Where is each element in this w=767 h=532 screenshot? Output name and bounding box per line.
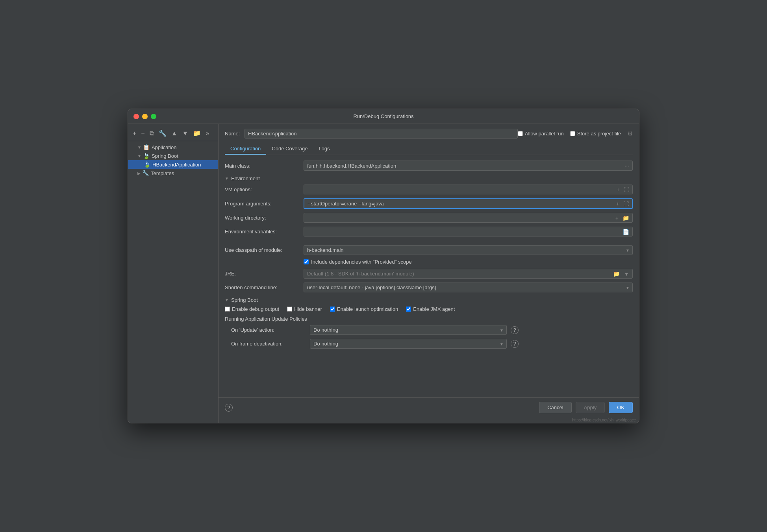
footer-help-icon[interactable]: ?	[225, 404, 233, 412]
window-title: Run/Debug Configurations	[353, 113, 413, 119]
update-policies-label: Running Application Update Policies	[225, 316, 633, 322]
include-provided-row: Include dependencies with "Provided" sco…	[225, 259, 633, 265]
footer: ? Cancel Apply OK	[219, 397, 639, 417]
add-config-button[interactable]: +	[131, 129, 138, 138]
sidebar-item-templates[interactable]: ▶ 🔧 Templates	[128, 169, 218, 177]
settings-button[interactable]: 🔧	[157, 129, 168, 138]
enable-debug-label[interactable]: Enable debug output	[225, 306, 279, 312]
gear-icon[interactable]: ⚙	[627, 130, 633, 137]
on-frame-select[interactable]: Do nothing	[310, 339, 507, 349]
enable-launch-text: Enable launch optimization	[337, 306, 398, 312]
titlebar: Run/Debug Configurations	[128, 109, 639, 124]
include-provided-checkbox[interactable]	[304, 259, 309, 264]
hide-banner-checkbox[interactable]	[287, 307, 292, 312]
env-vars-input[interactable]	[304, 227, 621, 236]
copy-config-button[interactable]: ⧉	[148, 129, 156, 138]
store-as-project-checkbox[interactable]	[570, 131, 575, 136]
templates-icon: 🔧	[142, 170, 149, 176]
main-class-browse-button[interactable]: ···	[621, 161, 632, 170]
allow-parallel-label[interactable]: Allow parallel run	[518, 131, 564, 137]
environment-section-header[interactable]: ▼ Environment	[225, 175, 633, 181]
program-args-input[interactable]	[304, 199, 615, 208]
allow-parallel-text: Allow parallel run	[525, 131, 564, 137]
folder-button[interactable]: 📁	[191, 129, 202, 138]
more-button[interactable]: »	[204, 129, 211, 138]
enable-jmx-label[interactable]: Enable JMX agent	[406, 306, 455, 312]
jre-browse-button[interactable]: 📁	[611, 270, 621, 278]
main-class-input[interactable]	[304, 161, 621, 170]
expand-arrow-application: ▼	[137, 145, 141, 150]
main-class-input-wrap: ···	[304, 161, 633, 171]
name-input[interactable]	[245, 129, 518, 139]
minimize-button[interactable]	[142, 114, 148, 119]
enable-jmx-text: Enable JMX agent	[413, 306, 455, 312]
vm-options-add-button[interactable]: +	[615, 186, 621, 194]
ok-button[interactable]: OK	[609, 402, 633, 413]
sidebar-toolbar: + − ⧉ 🔧 ▲ ▼ 📁 »	[128, 127, 218, 141]
cancel-button[interactable]: Cancel	[539, 402, 571, 413]
program-args-expand-button[interactable]: ⛶	[622, 200, 630, 208]
sidebar-item-application[interactable]: ▼ 📋 Application	[128, 143, 218, 151]
sidebar-item-templates-label: Templates	[151, 170, 174, 176]
enable-debug-checkbox[interactable]	[225, 307, 230, 312]
enable-launch-label[interactable]: Enable launch optimization	[330, 306, 398, 312]
sidebar: + − ⧉ 🔧 ▲ ▼ 📁 » ▼ 📋 Application ▼ 🍃 Spri…	[128, 124, 219, 423]
jre-buttons: 📁 ▼	[611, 270, 632, 278]
tab-logs[interactable]: Logs	[313, 143, 335, 155]
program-arguments-row: Program arguments: + ⛶	[225, 198, 633, 209]
spacer1	[225, 240, 633, 245]
update-policies: On 'Update' action: Do nothing ▼ ? On fr…	[225, 325, 633, 349]
enable-jmx-checkbox[interactable]	[406, 307, 411, 312]
apply-button[interactable]: Apply	[576, 402, 605, 413]
program-args-input-wrap: + ⛶	[304, 198, 633, 209]
on-update-select[interactable]: Do nothing	[310, 325, 507, 335]
env-vars-row: Environment variables: 📄	[225, 227, 633, 236]
header-right: Allow parallel run Store as project file…	[518, 130, 633, 137]
jre-input[interactable]	[304, 269, 611, 278]
allow-parallel-checkbox[interactable]	[518, 131, 523, 136]
remove-config-button[interactable]: −	[139, 129, 146, 138]
classpath-select[interactable]: h-backend.main	[304, 245, 633, 255]
sidebar-item-spring-boot-label: Spring Boot	[152, 153, 178, 159]
move-up-button[interactable]: ▲	[170, 129, 179, 138]
tab-code-coverage[interactable]: Code Coverage	[266, 143, 313, 155]
shorten-cmd-row: Shorten command line: user-local default…	[225, 283, 633, 292]
on-frame-help-icon[interactable]: ?	[511, 340, 519, 348]
include-provided-label: Include dependencies with "Provided" sco…	[311, 259, 412, 265]
application-icon: 📋	[143, 144, 150, 150]
top-row: Name: Allow parallel run Store as projec…	[225, 129, 633, 139]
close-button[interactable]	[133, 114, 139, 119]
vm-options-input[interactable]	[304, 185, 615, 194]
working-dir-browse-button[interactable]: 📁	[621, 214, 631, 222]
classpath-row: Use classpath of module: h-backend.main …	[225, 245, 633, 255]
working-dir-input[interactable]	[304, 213, 614, 222]
expand-arrow-spring-boot: ▼	[137, 154, 141, 158]
sidebar-item-application-label: Application	[152, 144, 177, 150]
jre-dropdown-button[interactable]: ▼	[622, 270, 631, 278]
vm-options-expand-button[interactable]: ⛶	[622, 186, 631, 194]
sidebar-item-spring-boot[interactable]: ▼ 🍃 Spring Boot	[128, 151, 218, 160]
hbackend-icon: 🍃	[144, 161, 150, 168]
working-dir-row: Working directory: + 📁	[225, 213, 633, 223]
env-vars-edit-button[interactable]: 📄	[621, 228, 631, 236]
maximize-button[interactable]	[151, 114, 156, 119]
tab-configuration[interactable]: Configuration	[225, 143, 266, 155]
enable-launch-checkbox[interactable]	[330, 307, 335, 312]
move-down-button[interactable]: ▼	[181, 129, 190, 138]
hide-banner-label[interactable]: Hide banner	[287, 306, 322, 312]
vm-options-buttons: + ⛶	[615, 186, 632, 194]
store-as-project-label[interactable]: Store as project file	[570, 131, 621, 137]
working-dir-add-button[interactable]: +	[614, 214, 620, 222]
sidebar-item-hbackend-label: HBackendApplication	[152, 162, 201, 168]
spring-boot-section-label: Spring Boot	[231, 297, 258, 303]
classpath-select-wrapper: h-backend.main ▼	[304, 245, 633, 255]
on-update-help-icon[interactable]: ?	[511, 326, 519, 334]
spring-boot-section-header[interactable]: ▼ Spring Boot	[225, 297, 633, 303]
vm-options-row: VM options: + ⛶	[225, 185, 633, 194]
program-args-add-button[interactable]: +	[615, 200, 621, 208]
working-dir-buttons: + 📁	[614, 214, 632, 222]
shorten-cmd-select[interactable]: user-local default: none - java [options…	[304, 283, 633, 292]
store-as-project-text: Store as project file	[577, 131, 621, 137]
shorten-cmd-label: Shorten command line:	[225, 284, 304, 290]
sidebar-item-hbackend[interactable]: 🍃 HBackendApplication	[128, 160, 218, 169]
